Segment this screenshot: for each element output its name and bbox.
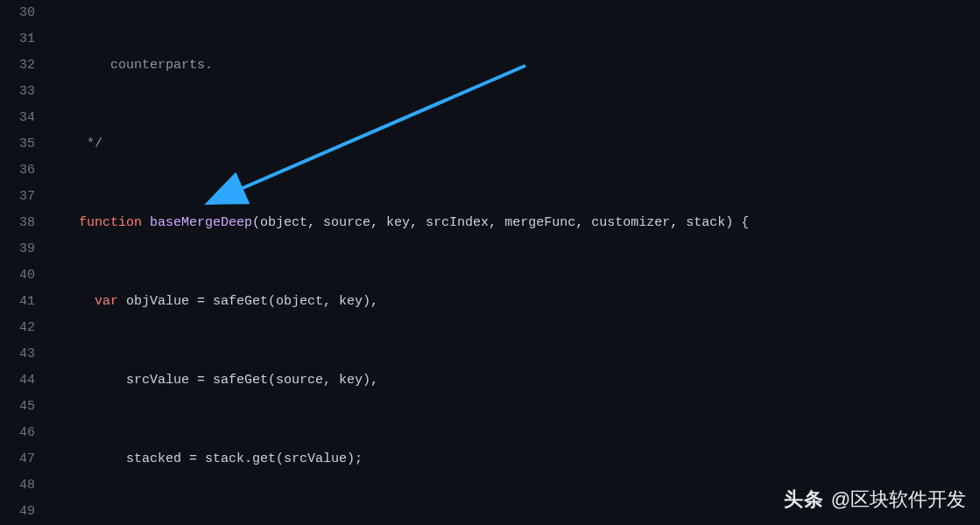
- code-text: srcValue = safeGet(source, key),: [126, 373, 378, 388]
- comment-text: counterparts.: [110, 58, 213, 73]
- line-number: 36: [0, 158, 35, 184]
- indent: [47, 294, 95, 309]
- line-number: 33: [0, 79, 35, 105]
- line-number: 44: [0, 368, 35, 394]
- line-number: 48: [0, 472, 35, 499]
- line-number: 43: [0, 341, 35, 368]
- line-number: 49: [0, 499, 35, 525]
- code-line: counterparts.: [47, 52, 980, 79]
- line-number: 35: [0, 131, 35, 158]
- indent: [47, 136, 87, 151]
- code-line: */: [47, 131, 980, 158]
- code-line: function baseMergeDeep(object, source, k…: [47, 210, 980, 236]
- code-line: var objValue = safeGet(object, key),: [47, 289, 980, 315]
- line-number: 47: [0, 446, 35, 472]
- function-name: baseMergeDeep: [150, 215, 252, 230]
- line-number: 31: [0, 26, 35, 52]
- line-number: 30: [0, 0, 35, 26]
- line-number-gutter: 30 31 32 33 34 35 36 37 38 39 40 41 42 4…: [0, 0, 47, 525]
- code-text: objValue = safeGet(object, key),: [118, 294, 378, 309]
- indent: [47, 373, 126, 388]
- code-line: srcValue = safeGet(source, key),: [47, 368, 980, 394]
- line-number: 38: [0, 210, 35, 236]
- line-number: 32: [0, 52, 35, 79]
- line-number: 42: [0, 315, 35, 341]
- line-number: 45: [0, 394, 35, 420]
- indent: [47, 215, 79, 230]
- indent: [47, 452, 126, 466]
- comment-close: */: [87, 136, 102, 151]
- code-text: stacked = stack.get(srcValue);: [126, 452, 363, 466]
- keyword-function: function: [79, 215, 142, 230]
- line-number: 39: [0, 236, 35, 262]
- line-number: 40: [0, 262, 35, 289]
- code-line: stacked = stack.get(srcValue);: [47, 446, 980, 472]
- code-area[interactable]: counterparts. */ function baseMergeDeep(…: [47, 0, 980, 525]
- keyword-var: var: [95, 294, 118, 309]
- indent: [47, 58, 110, 73]
- line-number: 34: [0, 105, 35, 131]
- line-number: 37: [0, 184, 35, 210]
- line-number: 41: [0, 289, 35, 315]
- line-number: 46: [0, 420, 35, 446]
- code-editor: 30 31 32 33 34 35 36 37 38 39 40 41 42 4…: [0, 0, 980, 525]
- function-params: (object, source, key, srcIndex, mergeFun…: [252, 215, 749, 230]
